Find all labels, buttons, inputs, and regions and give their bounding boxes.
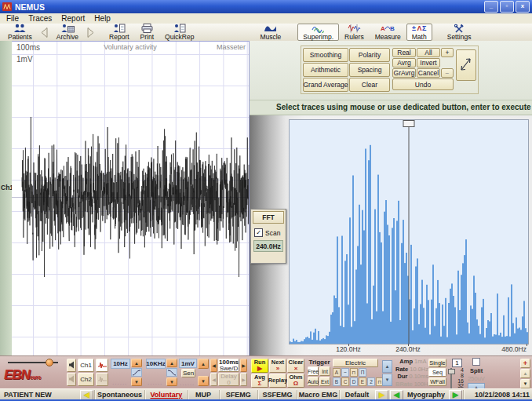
clear-button[interactable]: Clear	[349, 78, 390, 92]
arithmetic-button[interactable]: Arithmetic	[303, 63, 348, 77]
delay-next-button[interactable]: ▶	[240, 373, 247, 386]
run-button[interactable]: Run▶	[251, 359, 268, 373]
nav-back-toolbar-button[interactable]	[38, 24, 51, 41]
sweep-count-knob[interactable]	[448, 369, 455, 374]
trigger-auto-button[interactable]: Auto	[308, 377, 319, 386]
stimulator-type-dropdown[interactable]: Electric	[333, 359, 378, 367]
trigger-int-button[interactable]: Int	[319, 366, 330, 376]
stim-waveform-button[interactable]: 2	[367, 377, 375, 386]
smoothing-button[interactable]: Smoothing	[303, 48, 348, 62]
sweep-count-slider[interactable]: 1 4 8 16 32	[449, 359, 465, 388]
stim-up-button[interactable]: ▲	[382, 360, 392, 373]
next-button[interactable]: Next»	[269, 359, 286, 373]
sensitivity-up-button[interactable]: ▲	[198, 359, 209, 369]
trace-mode-button-disabled[interactable]	[96, 373, 108, 386]
lowpass-down-button[interactable]: ▼	[166, 377, 177, 386]
ch2-button[interactable]: Ch2	[78, 373, 94, 386]
swap-traces-button[interactable]	[456, 49, 476, 81]
replay-button[interactable]: Replay	[269, 374, 286, 388]
fft-spectrum-plot[interactable]	[289, 119, 529, 344]
highpass-down-button[interactable]: ▼	[131, 377, 142, 386]
report-toolbar-button[interactable]: Report	[104, 24, 135, 41]
sweep-prev-button[interactable]: ◀	[210, 359, 217, 372]
trace-mode-button[interactable]	[96, 359, 108, 372]
split-checkbox[interactable]	[472, 358, 480, 366]
close-button[interactable]: x	[516, 1, 530, 13]
quickrep-toolbar-button[interactable]: QuickRep	[159, 24, 199, 41]
seq-mode-button[interactable]: Seq	[428, 368, 446, 377]
spacing-button[interactable]: Spacing	[349, 63, 390, 77]
test-voluntary[interactable]: Voluntary	[144, 390, 187, 399]
math-icon: ±ΛΣ	[412, 24, 427, 33]
minus-button[interactable]: −	[441, 68, 454, 78]
patients-toolbar-button[interactable]: Patients	[2, 24, 38, 41]
add-button[interactable]: +	[520, 359, 530, 368]
menu-report[interactable]: Report	[56, 14, 89, 23]
stim-waveform-button[interactable]: C	[341, 377, 349, 386]
grand-average-button[interactable]: Grand Average	[303, 78, 348, 92]
stim-waveform-button[interactable]: ⊓	[350, 368, 358, 377]
sweep-next-button[interactable]: ▶	[240, 359, 247, 372]
menu-help[interactable]: Help	[89, 14, 115, 23]
test-macro-emg[interactable]: Macro EMG	[297, 390, 339, 399]
prev-test-button[interactable]: ◀	[80, 390, 93, 400]
speaker-ch1-button[interactable]	[67, 359, 76, 372]
superimp-toolbar-button[interactable]: Superimp.	[297, 24, 339, 41]
measure-toolbar-button[interactable]: ABMeasure	[370, 24, 406, 41]
stim-waveform-button[interactable]: B	[333, 377, 341, 386]
print-toolbar-button[interactable]: Print	[135, 24, 159, 41]
ohm-button[interactable]: OhmΩ	[287, 374, 304, 388]
plus-button[interactable]: +	[441, 48, 454, 57]
archive-toolbar-button[interactable]: Archive	[51, 24, 84, 41]
avrg-button[interactable]: Avrg	[392, 58, 416, 67]
menu-traces[interactable]: Traces	[24, 14, 56, 23]
stim-waveform-button[interactable]: E	[359, 377, 366, 386]
menu-file[interactable]: File	[2, 14, 24, 23]
gravrg-button[interactable]: GrAvrg	[392, 68, 416, 78]
stim-down-button[interactable]: ▼	[382, 374, 392, 386]
minimize-button[interactable]: _	[484, 1, 498, 13]
all-button[interactable]: All	[417, 48, 440, 57]
next-study-button[interactable]: ▶	[449, 390, 462, 400]
ch1-button[interactable]: Ch1	[78, 359, 94, 372]
undo-button[interactable]: Undo	[392, 78, 454, 90]
avg-button[interactable]: AvgΣ	[251, 374, 268, 388]
stim-waveform-button[interactable]: ~	[341, 368, 349, 377]
polarity-button[interactable]: Polarity	[349, 48, 390, 62]
speaker-ch2-button[interactable]	[67, 373, 76, 386]
maximize-button[interactable]: ▫	[500, 1, 514, 13]
stim-waveform-button[interactable]: A	[333, 368, 341, 377]
test-ssfemg[interactable]: SSFEMG	[257, 390, 297, 399]
next-test-button[interactable]: ▶	[375, 390, 388, 400]
stim-waveform-button[interactable]: D	[350, 377, 358, 386]
trigger-free-button[interactable]: Free	[308, 366, 319, 376]
test-default[interactable]: Default	[339, 390, 374, 399]
test-spontaneous[interactable]: Spontaneous	[94, 390, 144, 399]
nav-forward-toolbar-button[interactable]	[84, 24, 97, 41]
trigger-ext-button[interactable]: Ext	[319, 377, 330, 386]
rulers-toolbar-button[interactable]: Rulers	[339, 24, 370, 41]
invert-button[interactable]: Invert	[417, 58, 440, 67]
muscle-toolbar-button[interactable]: Muscle	[254, 24, 286, 41]
test-sfemg[interactable]: SFEMG	[219, 390, 258, 399]
sensitivity-down-button[interactable]: ▼	[198, 376, 209, 386]
cancel-button[interactable]: Cancel	[417, 68, 440, 78]
scan-checkbox[interactable]: ✓	[254, 228, 263, 237]
lowpass-up-button[interactable]: ▲	[166, 359, 177, 367]
emg-trace-panel[interactable]: 100ms 1mV Voluntary activity Masseter	[12, 41, 250, 355]
prev-study-button[interactable]: ◀	[390, 390, 403, 400]
real-button[interactable]: Real	[392, 48, 416, 57]
settings-toolbar-button[interactable]: Settings	[442, 24, 477, 41]
math-toolbar-button[interactable]: ±ΛΣMath	[406, 24, 432, 41]
scroll-down-button[interactable]: ▼	[520, 379, 530, 388]
stim-waveform-button[interactable]: Π	[359, 368, 366, 377]
single-mode-button[interactable]: Single	[428, 359, 446, 367]
scroll-up-button[interactable]: ▲	[520, 369, 530, 378]
highpass-up-button[interactable]: ▲	[131, 359, 142, 367]
delay-prev-button[interactable]: ◀	[210, 373, 217, 386]
volume-slider-knob[interactable]	[46, 359, 53, 366]
clear-sweep-button[interactable]: Clear×	[287, 359, 304, 373]
test-mup[interactable]: MUP	[188, 390, 219, 399]
fft-panel-title[interactable]: FFT	[253, 211, 284, 224]
wfall-mode-button[interactable]: WFall	[428, 377, 446, 386]
